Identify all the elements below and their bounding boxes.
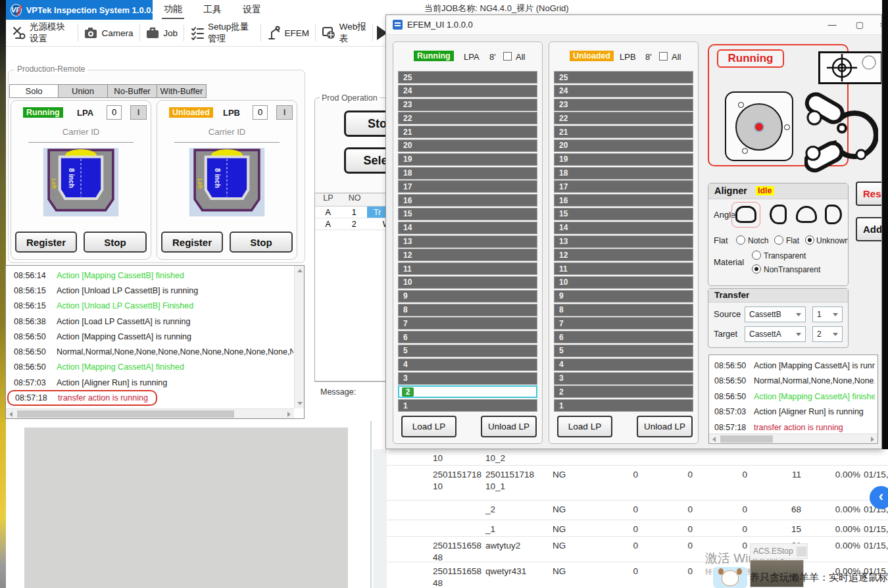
slot-LPB-6[interactable]: 6: [554, 331, 693, 343]
table-row[interactable]: _1NG000150.00%01/15,: [387, 520, 888, 537]
target-cassette-dropdown[interactable]: CassettA: [745, 326, 806, 342]
slot-LPB-25[interactable]: 25: [554, 71, 693, 84]
chevron-left-button[interactable]: ‹: [870, 486, 888, 509]
slot-LPB-18[interactable]: 18: [554, 167, 693, 180]
port-count-field[interactable]: 0: [107, 105, 122, 120]
toolbar-web-report-button[interactable]: Web报表: [316, 20, 372, 46]
scrollbar-thumb[interactable]: [17, 410, 234, 418]
slot-LPB-13[interactable]: 13: [554, 235, 693, 248]
minimize-button[interactable]: —: [820, 15, 844, 34]
toolbar-setup-button[interactable]: Setup批量管理: [184, 20, 260, 46]
slot-LPA-4[interactable]: 4: [398, 358, 537, 371]
slot-LPB-1[interactable]: 1: [554, 399, 693, 412]
slot-LPA-22[interactable]: 22: [398, 112, 537, 124]
radio-nontransparent-label[interactable]: NonTransparent: [764, 265, 820, 274]
menu-function[interactable]: 功能: [162, 1, 184, 19]
slot-LPB-9[interactable]: 9: [554, 290, 693, 303]
radio-transparent-label[interactable]: Transparent: [764, 251, 806, 260]
register-button[interactable]: Register: [15, 232, 77, 253]
radio-flat[interactable]: [774, 235, 783, 245]
wafer-angle-0-icon[interactable]: [735, 206, 756, 223]
port-count-field[interactable]: 0: [253, 105, 268, 120]
slot-LPB-2[interactable]: 2: [554, 385, 693, 398]
wafer-angle-270-icon[interactable]: [825, 205, 842, 224]
select-all-checkbox[interactable]: [659, 52, 668, 61]
slot-LPB-23[interactable]: 23: [554, 99, 693, 111]
slot-LPA-2[interactable]: 2: [398, 385, 537, 398]
radio-unknown[interactable]: [805, 235, 814, 245]
add-button[interactable]: Add: [856, 217, 882, 241]
slot-LPB-8[interactable]: 8: [554, 304, 693, 316]
slot-LPA-10[interactable]: 10: [398, 276, 537, 289]
vertical-scrollbar[interactable]: [294, 266, 304, 408]
slot-LPA-13[interactable]: 13: [398, 235, 537, 248]
table-row[interactable]: 1010_2: [387, 449, 888, 466]
unload-lp-button[interactable]: Unload LP: [481, 416, 537, 437]
slot-LPB-4[interactable]: 4: [554, 358, 693, 371]
slot-LPA-20[interactable]: 20: [398, 139, 537, 152]
slot-LPA-3[interactable]: 3: [398, 372, 537, 385]
slot-LPA-11[interactable]: 11: [398, 262, 537, 275]
toolbar-job-button[interactable]: Job: [139, 20, 184, 46]
close-button[interactable]: ×: [870, 15, 882, 34]
table-row[interactable]: 2501151658 48awtytuy2NG000610.00%01/15,: [387, 537, 888, 562]
slot-LPB-5[interactable]: 5: [554, 345, 693, 357]
slot-LPB-16[interactable]: 16: [554, 194, 693, 207]
slot-LPA-5[interactable]: 5: [398, 345, 537, 357]
load-lp-button[interactable]: Load LP: [401, 416, 456, 437]
port-toggle-button[interactable]: I: [276, 105, 293, 120]
slot-LPA-15[interactable]: 15: [398, 208, 537, 220]
slot-LPA-12[interactable]: 12: [398, 249, 537, 261]
radio-flat-label[interactable]: Flat: [786, 236, 799, 245]
slot-LPB-24[interactable]: 24: [554, 85, 693, 97]
slot-LPB-14[interactable]: 14: [554, 222, 693, 234]
radio-notch[interactable]: [736, 235, 745, 245]
tab-solo[interactable]: Solo: [9, 84, 59, 98]
toolbar-light-module-button[interactable]: 光源模块设置: [6, 20, 78, 46]
slot-LPB-7[interactable]: 7: [554, 317, 693, 330]
source-slot-dropdown[interactable]: 1: [812, 306, 843, 322]
slot-LPB-3[interactable]: 3: [554, 372, 693, 385]
radio-notch-label[interactable]: Notch: [748, 236, 768, 245]
target-slot-dropdown[interactable]: 2: [812, 326, 843, 342]
stop-button[interactable]: Stop: [84, 232, 147, 253]
slot-LPA-21[interactable]: 21: [398, 126, 537, 138]
radio-unknown-label[interactable]: Unknown: [816, 236, 849, 245]
slot-LPA-19[interactable]: 19: [398, 153, 537, 166]
slot-LPA-18[interactable]: 18: [398, 167, 537, 180]
slot-LPA-25[interactable]: 25: [398, 71, 537, 84]
table-row[interactable]: 2501151718 102501151718 10_1NG000110.00%…: [387, 466, 888, 501]
slot-LPB-17[interactable]: 17: [554, 180, 693, 193]
horizontal-scrollbar[interactable]: [6, 408, 294, 418]
radio-transparent[interactable]: [752, 251, 761, 260]
unload-lp-button[interactable]: Unload LP: [637, 416, 693, 437]
efem-titlebar[interactable]: EFEM_UI 1.0.0.0: [386, 15, 881, 35]
slot-LPA-1[interactable]: 1: [398, 399, 537, 412]
stop-button[interactable]: Stop: [230, 232, 293, 253]
tab-union[interactable]: Union: [59, 84, 108, 98]
slot-LPA-7[interactable]: 7: [398, 317, 537, 330]
slot-LPB-19[interactable]: 19: [554, 153, 693, 166]
slot-LPB-15[interactable]: 15: [554, 208, 693, 220]
slot-LPA-16[interactable]: 16: [398, 194, 537, 207]
toolbar-camera-button[interactable]: Camera: [78, 20, 139, 46]
slot-LPA-14[interactable]: 14: [398, 222, 537, 234]
slot-LPA-9[interactable]: 9: [398, 290, 537, 303]
tab-no-buffer[interactable]: No-Buffer: [108, 84, 157, 98]
register-button[interactable]: Register: [161, 232, 223, 253]
slot-LPA-23[interactable]: 23: [398, 99, 537, 111]
scrollbar-thumb[interactable]: [720, 435, 773, 443]
menu-settings[interactable]: 设置: [241, 1, 263, 18]
slot-LPB-22[interactable]: 22: [554, 112, 693, 124]
tab-with-buffer[interactable]: With-Buffer: [157, 84, 207, 98]
slot-LPA-8[interactable]: 8: [398, 304, 537, 316]
select-all-checkbox[interactable]: [503, 52, 512, 61]
slot-LPA-24[interactable]: 24: [398, 85, 537, 97]
radio-nontransparent[interactable]: [752, 264, 761, 274]
slot-LPB-12[interactable]: 12: [554, 249, 693, 261]
slot-LPB-10[interactable]: 10: [554, 276, 693, 289]
wafer-angle-180-icon[interactable]: [796, 206, 817, 223]
slot-LPB-21[interactable]: 21: [554, 126, 693, 138]
slot-LPA-17[interactable]: 17: [398, 180, 537, 193]
menu-tools[interactable]: 工具: [201, 1, 224, 18]
